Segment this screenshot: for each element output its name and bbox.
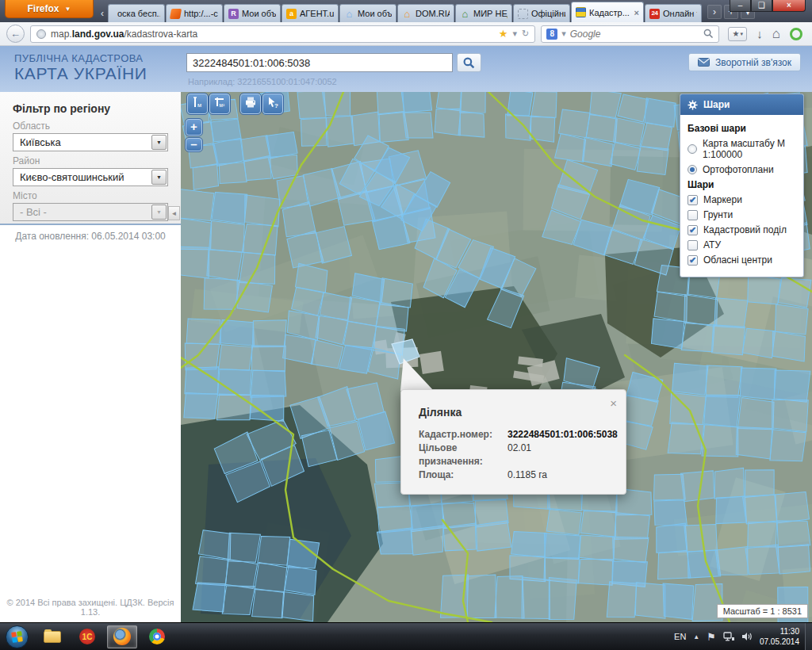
bookmark-star-icon[interactable]: ★ (499, 28, 508, 40)
close-button[interactable]: × (772, 0, 806, 12)
bookmarks-menu-button[interactable]: ★▾ (728, 27, 747, 41)
radio-icon[interactable] (688, 144, 697, 154)
search-engine-icon[interactable]: 8 (546, 29, 557, 40)
volume-icon[interactable] (741, 632, 753, 641)
checkbox-icon[interactable] (688, 240, 698, 250)
minimize-button[interactable]: – (730, 0, 751, 12)
measure-distance-button[interactable]: м (187, 94, 208, 114)
browser-tab-5[interactable]: ⌂DOM.RIA.c... (397, 4, 454, 22)
filter-box: Фільтр по регіону ОбластьКиївська▼РайонК… (0, 92, 181, 225)
zoom-out-button[interactable]: – (186, 138, 202, 151)
map-canvas[interactable]: мм²? + – Шари Базові шари Карта масштабу… (181, 92, 812, 622)
overlay-layer-row-1[interactable]: Грунти (688, 209, 796, 220)
browser-tab-8[interactable]: Кадастр...× (571, 2, 644, 22)
cadastral-search-button[interactable] (457, 53, 481, 72)
browser-tab-1[interactable]: http:/...-c1-t5 (166, 4, 223, 22)
clock-date: 07.05.2014 (760, 637, 799, 647)
layer-label: Ортофотоплани (703, 164, 774, 175)
select-value: Києво-святошинський (13, 171, 151, 183)
layers-panel-header[interactable]: Шари (680, 94, 803, 115)
taskbar-app-firefox[interactable] (107, 625, 137, 648)
url-bar[interactable]: map.land.gov.ua/kadastrova-karta ★ ▾ ↻ (30, 25, 535, 43)
addon-icon[interactable] (790, 28, 802, 40)
tab-close-icon[interactable]: × (634, 8, 639, 17)
checkbox-checked-icon[interactable]: ✔ (688, 195, 698, 205)
action-center-flag-icon[interactable]: ⚑ (707, 631, 716, 643)
print-button[interactable] (240, 94, 261, 114)
taskbar-app-1c[interactable]: 1С (72, 625, 102, 648)
tab-scroll-right-button[interactable]: › (707, 5, 722, 19)
taskbar-clock[interactable]: 11:30 07.05.2014 (760, 626, 799, 647)
filter-select-1[interactable]: Києво-святошинський▼ (13, 168, 168, 186)
dashed-favicon-icon (518, 9, 528, 19)
chrome-icon (149, 629, 165, 644)
browser-tab-9[interactable]: 24Онлайн тра... (645, 4, 702, 22)
browser-tab-3[interactable]: aАГЕНТ.ua - ... (282, 4, 339, 22)
filter-select-0[interactable]: Київська▼ (13, 133, 168, 151)
tab-label: МИР НЕДВ... (473, 9, 508, 18)
home-icon[interactable]: ⌂ (772, 26, 780, 42)
language-indicator[interactable]: EN (674, 632, 686, 641)
filter-field-label: Район (13, 155, 168, 166)
taskbar-app-explorer[interactable] (37, 625, 67, 648)
checkbox-checked-icon[interactable]: ✔ (688, 225, 698, 235)
filter-field-label: Область (13, 120, 168, 132)
url-dropdown-icon[interactable]: ▾ (512, 29, 517, 39)
popup-close-icon[interactable]: × (610, 397, 617, 409)
site-header: ПУБЛІЧНА КАДАСТРОВА КАРТА УКРАЇНИ Наприк… (0, 46, 812, 92)
firefox-menu-button[interactable]: Firefox ▼ (5, 0, 94, 18)
site-identity-icon[interactable] (36, 29, 46, 39)
sidebar-collapse-button[interactable]: ◄ (168, 206, 180, 220)
browser-search-input[interactable] (570, 29, 699, 40)
start-button[interactable] (6, 625, 29, 648)
tab-label: Мои объяв... (242, 9, 276, 18)
back-button[interactable]: ← (6, 25, 25, 43)
overlay-layer-row-2[interactable]: ✔Кадастровий поділ (688, 224, 796, 235)
reload-icon[interactable]: ↻ (522, 29, 529, 39)
browser-tab-4[interactable]: ⌂Мои объяв... (339, 4, 396, 22)
checkbox-checked-icon[interactable]: ✔ (688, 255, 698, 266)
chevron-down-icon[interactable]: ▼ (151, 170, 167, 185)
purple-square-favicon-icon: R (228, 9, 239, 19)
show-desktop-button[interactable] (805, 623, 812, 650)
popup-row-label: Кадастр.номер: (419, 428, 508, 442)
browser-tab-6[interactable]: ⌂МИР НЕДВ... (455, 4, 512, 22)
tab-strip: оска бесп...http:/...-c1-t5RМои объяв...… (108, 0, 703, 22)
tab-label: DOM.RIA.c... (416, 9, 450, 18)
overlay-layer-row-3[interactable]: АТУ (688, 239, 796, 250)
overlay-layer-row-0[interactable]: ✔Маркери (688, 194, 796, 205)
browser-search-bar[interactable]: 8 ▾ (541, 25, 719, 43)
browser-tab-2[interactable]: RМои объяв... (224, 4, 281, 22)
blue-house-favicon-icon: ⌂ (344, 9, 354, 19)
map-toolbar: мм²? (187, 94, 283, 114)
browser-tab-0[interactable]: оска бесп... (108, 4, 165, 22)
tab-label: оска бесп... (117, 9, 160, 18)
restore-button[interactable]: ❑ (751, 0, 772, 12)
zoom-in-button[interactable]: + (186, 119, 202, 136)
search-icon[interactable] (703, 29, 714, 39)
measure-area-button[interactable]: м² (209, 94, 230, 114)
tab-label: АГЕНТ.ua - ... (300, 9, 334, 18)
copyright-label: © 2014 Всі права захищені. ЦДЗК. Версія … (0, 598, 181, 617)
layer-label: Маркери (703, 194, 742, 205)
checkbox-icon[interactable] (688, 210, 698, 220)
identify-button[interactable]: ? (262, 94, 283, 114)
base-layer-row-1[interactable]: Ортофотоплани (688, 164, 796, 175)
overlay-layer-row-4[interactable]: ✔Обласні центри (688, 254, 796, 266)
taskbar-app-chrome[interactable] (142, 625, 172, 648)
browser-tab-7[interactable]: Офіційний ... (513, 4, 570, 22)
feedback-button[interactable]: Зворотній зв'язок (688, 53, 801, 71)
chevron-down-icon[interactable]: ▼ (151, 135, 167, 150)
network-icon[interactable] (723, 632, 734, 641)
popup-row-label: Цільове призначення: (419, 442, 508, 468)
hidden-icons-button[interactable]: ▲ (693, 633, 699, 640)
radio-selected-icon[interactable] (688, 165, 697, 174)
firefox-menu-label: Firefox (28, 3, 59, 14)
downloads-icon[interactable]: ↓ (756, 27, 763, 40)
tab-scroll-left-button[interactable]: ‹ (97, 5, 108, 22)
search-engine-dropdown-icon[interactable]: ▾ (561, 29, 566, 39)
cadastral-search-input[interactable] (186, 53, 453, 72)
base-layer-row-0[interactable]: Карта масштабу М 1:100000 (688, 138, 796, 160)
screen: Firefox ▼ ‹ оска бесп...http:/...-c1-t5R… (0, 0, 812, 650)
chevron-down-icon: ▼ (65, 6, 71, 13)
